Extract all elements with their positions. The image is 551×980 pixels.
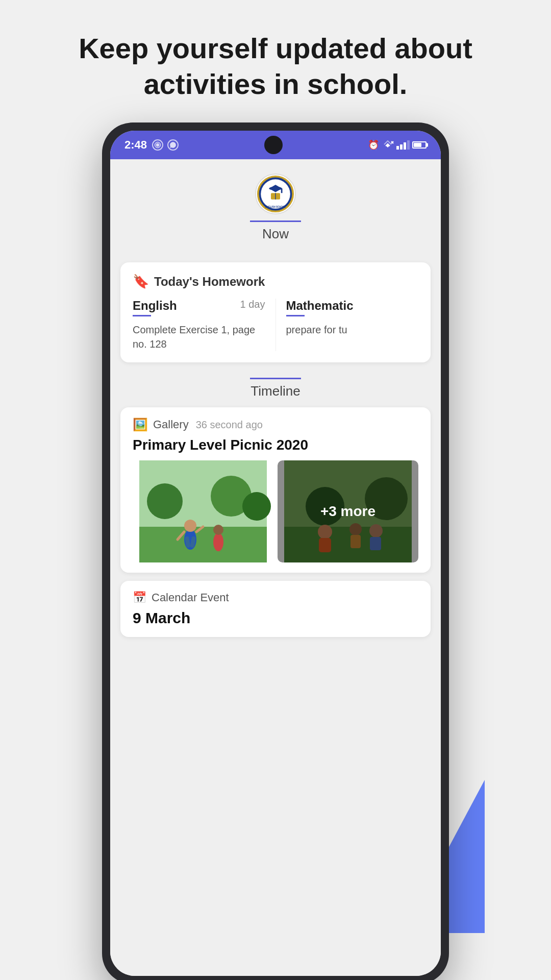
now-tab-label[interactable]: Now <box>262 226 289 242</box>
wifi-icon <box>382 140 394 150</box>
status-bar: 2:48 <box>110 131 441 159</box>
alarm-icon: ⏰ <box>368 139 379 151</box>
phone-frame: 2:48 <box>102 122 449 980</box>
calendar-card: 📅 Calendar Event 9 March <box>120 581 431 637</box>
subjects-row: English 1 day Complete Exercise 1, page … <box>133 299 418 351</box>
gallery-card: 🖼️ Gallery 36 second ago Primary Level P… <box>120 407 431 573</box>
subject-mathematics: Mathematic prepare for tu <box>276 299 419 351</box>
status-bar-right: ⏰ <box>368 139 427 151</box>
school-header: ENGLISH SCHOOL HINDAKOT Now <box>110 159 441 258</box>
svg-point-15 <box>147 483 183 519</box>
status-time: 2:48 <box>124 138 147 152</box>
status-right-icons: ⏰ <box>368 139 427 151</box>
hero-text: Keep yourself updated about activities i… <box>0 0 551 122</box>
gallery-type: Gallery <box>153 418 189 431</box>
homework-card-title-row: 🔖 Today's Homework <box>133 274 418 289</box>
camera-notch <box>264 136 283 154</box>
svg-point-25 <box>213 525 223 535</box>
whatsapp-icon <box>167 139 179 151</box>
calendar-event-date: 9 March <box>133 609 418 627</box>
svg-point-19 <box>184 520 196 532</box>
tab-active-line <box>250 220 301 222</box>
timeline-tab-label[interactable]: Timeline <box>251 383 300 399</box>
subject-english-name: English <box>133 299 177 313</box>
timeline-active-line <box>250 378 301 379</box>
gallery-event-title: Primary Level Picnic 2020 <box>133 437 418 453</box>
gallery-time: 36 second ago <box>196 419 263 431</box>
homework-card-title: Today's Homework <box>154 275 265 289</box>
messaging-icon <box>152 139 163 151</box>
subject-math-underline <box>286 315 305 316</box>
school-logo: ENGLISH SCHOOL HINDAKOT <box>255 174 296 214</box>
homework-card: 🔖 Today's Homework English 1 day Complet… <box>120 262 431 362</box>
battery-icon <box>412 141 427 149</box>
svg-point-24 <box>213 533 223 551</box>
svg-rect-8 <box>281 188 283 193</box>
svg-point-1 <box>156 143 159 146</box>
svg-rect-14 <box>139 527 267 562</box>
phone-mockup: 2:48 <box>97 122 454 980</box>
gallery-image-2[interactable]: +3 more <box>278 460 418 562</box>
timeline-section: Timeline 🖼️ Gallery 36 second ago Primar… <box>110 373 441 637</box>
status-bar-left: 2:48 <box>124 138 179 152</box>
now-tab-indicator <box>110 220 441 222</box>
subject-math-desc: prepare for tu <box>286 323 419 337</box>
app-content: ENGLISH SCHOOL HINDAKOT Now 🔖 Today's Ho… <box>110 159 441 976</box>
subject-math-name: Mathematic <box>286 299 354 313</box>
subject-english: English 1 day Complete Exercise 1, page … <box>133 299 276 351</box>
gallery-meta-row: 🖼️ Gallery 36 second ago <box>133 418 418 432</box>
calendar-icon: 📅 <box>133 591 146 604</box>
subject-english-header: English 1 day <box>133 299 265 313</box>
subject-math-header: Mathematic <box>286 299 419 313</box>
svg-point-17 <box>242 492 271 521</box>
calendar-type: Calendar Event <box>152 591 229 604</box>
phone-screen: 2:48 <box>110 131 441 976</box>
status-icons-left <box>152 139 179 151</box>
more-overlay: +3 more <box>278 460 418 562</box>
subject-english-desc: Complete Exercise 1, page no. 128 <box>133 323 265 351</box>
calendar-meta-row: 📅 Calendar Event <box>133 591 418 604</box>
subject-english-days: 1 day <box>240 299 265 310</box>
timeline-tab: Timeline <box>110 378 441 399</box>
svg-text:ENGLISH SCHOOL: ENGLISH SCHOOL <box>265 206 286 208</box>
signal-icon <box>396 140 410 150</box>
bookmark-icon: 🔖 <box>133 274 149 289</box>
gallery-icon: 🖼️ <box>133 418 148 432</box>
svg-text:HINDAKOT: HINDAKOT <box>271 209 281 211</box>
gallery-images: +3 more <box>133 460 418 562</box>
subject-english-underline <box>133 315 151 316</box>
gallery-image-1[interactable] <box>133 460 273 562</box>
